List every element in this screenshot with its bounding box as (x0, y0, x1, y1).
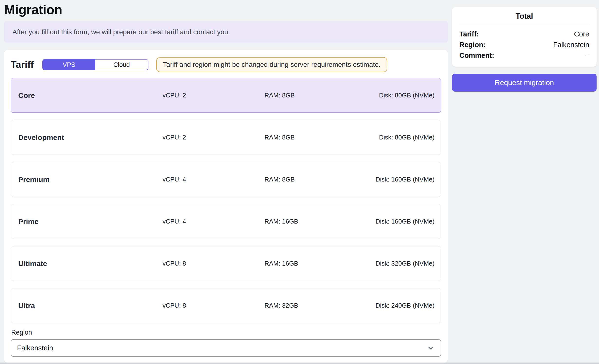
plan-row-ultra[interactable]: Ultra vCPU: 8 RAM: 32GB Disk: 240GB (NVM… (11, 288, 441, 323)
plan-name: Core (18, 91, 163, 100)
summary-row-label: Tariff: (459, 29, 479, 39)
plan-name: Development (18, 133, 163, 142)
plan-disk: Disk: 240GB (NVMe) (362, 302, 435, 309)
summary-row-label: Comment: (459, 50, 494, 61)
summary-row: Tariff: Core (459, 29, 589, 39)
plan-vcpu: vCPU: 2 (163, 134, 264, 141)
plan-ram: RAM: 32GB (264, 302, 362, 309)
summary-row-value: Falkenstein (553, 39, 589, 50)
plan-disk: Disk: 160GB (NVMe) (362, 218, 435, 225)
plan-row-prime[interactable]: Prime vCPU: 4 RAM: 16GB Disk: 160GB (NVM… (11, 204, 441, 239)
tariff-heading: Tariff (11, 59, 34, 70)
plan-vcpu: vCPU: 8 (163, 302, 264, 309)
tariff-type-toggle[interactable]: VPSCloud (42, 59, 148, 70)
request-migration-button[interactable]: Request migration (452, 74, 597, 92)
plan-ram: RAM: 8GB (264, 176, 362, 183)
plan-name: Ultimate (18, 260, 163, 268)
plan-name: Ultra (18, 302, 163, 310)
plan-row-core[interactable]: Core vCPU: 2 RAM: 8GB Disk: 80GB (NVMe) (11, 78, 441, 113)
region-select[interactable]: Falkenstein (11, 339, 441, 357)
toggle-option-vps[interactable]: VPS (43, 60, 95, 70)
window-bottom-edge (0, 363, 599, 364)
notice-text: After you fill out this form, we will pr… (12, 28, 230, 36)
tariff-card: Tariff VPSCloud Tariff and region might … (4, 50, 448, 363)
region-label: Region (11, 329, 441, 336)
summary-row: Comment: – (459, 50, 589, 61)
plan-ram: RAM: 16GB (264, 260, 362, 267)
plan-disk: Disk: 320GB (NVMe) (362, 260, 435, 267)
summary-row-value: – (585, 50, 589, 61)
tariff-warning: Tariff and region might be changed durin… (156, 57, 387, 72)
plan-disk: Disk: 160GB (NVMe) (362, 176, 435, 183)
tariff-header: Tariff VPSCloud Tariff and region might … (11, 57, 441, 72)
region-select-value: Falkenstein (17, 344, 53, 352)
page-layout: Migration After you fill out this form, … (0, 0, 599, 363)
plan-row-premium[interactable]: Premium vCPU: 4 RAM: 8GB Disk: 160GB (NV… (11, 162, 441, 197)
plan-vcpu: vCPU: 4 (163, 218, 264, 225)
summary-row-label: Region: (459, 39, 486, 50)
tariff-warning-text: Tariff and region might be changed durin… (163, 61, 381, 69)
summary-row-value: Core (574, 29, 589, 39)
notice-banner: After you fill out this form, we will pr… (4, 21, 448, 43)
plan-vcpu: vCPU: 8 (163, 260, 264, 267)
plan-name: Premium (18, 175, 163, 184)
summary-card: Total Tariff: Core Region: Falkenstein C… (452, 7, 597, 67)
summary-column: Total Tariff: Core Region: Falkenstein C… (452, 0, 597, 363)
plan-list: Core vCPU: 2 RAM: 8GB Disk: 80GB (NVMe) … (11, 78, 441, 323)
summary-row: Region: Falkenstein (459, 39, 589, 50)
plan-ram: RAM: 8GB (264, 134, 362, 141)
plan-disk: Disk: 80GB (NVMe) (362, 92, 435, 99)
plan-ram: RAM: 16GB (264, 218, 362, 225)
plan-row-ultimate[interactable]: Ultimate vCPU: 8 RAM: 16GB Disk: 320GB (… (11, 246, 441, 281)
form-column: Migration After you fill out this form, … (4, 0, 448, 363)
plan-name: Prime (18, 217, 163, 226)
plan-vcpu: vCPU: 4 (163, 176, 264, 183)
summary-rows: Tariff: Core Region: Falkenstein Comment… (459, 29, 589, 61)
plan-vcpu: vCPU: 2 (163, 92, 264, 99)
plan-row-development[interactable]: Development vCPU: 2 RAM: 8GB Disk: 80GB … (11, 120, 441, 155)
page-title: Migration (4, 1, 448, 18)
chevron-down-icon (427, 344, 434, 352)
plan-ram: RAM: 8GB (264, 92, 362, 99)
toggle-option-cloud[interactable]: Cloud (95, 60, 148, 70)
plan-disk: Disk: 80GB (NVMe) (362, 134, 435, 141)
summary-title: Total (459, 12, 589, 25)
